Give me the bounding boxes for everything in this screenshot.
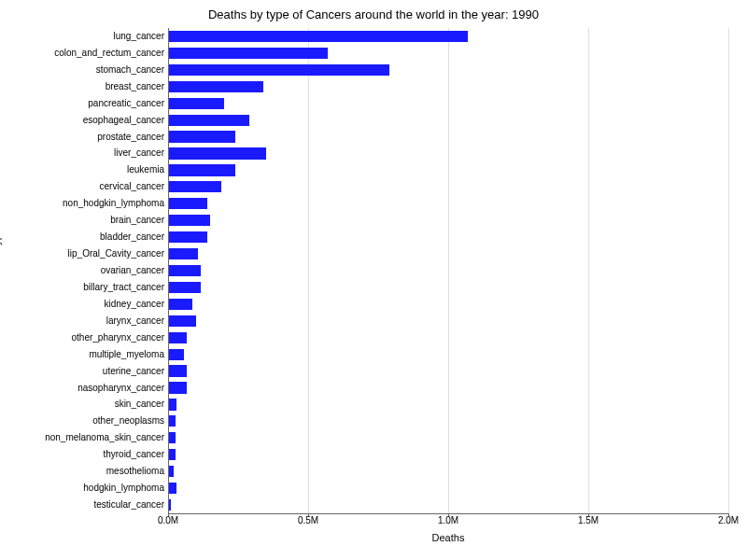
bar-row bbox=[168, 231, 728, 243]
bar-row bbox=[168, 382, 728, 393]
y-tick-label: other_pharynx_cancer bbox=[6, 332, 164, 343]
bar bbox=[168, 98, 224, 109]
bar bbox=[168, 48, 328, 59]
bar-row bbox=[168, 31, 728, 42]
y-axis-line bbox=[168, 28, 169, 513]
bar-row bbox=[168, 64, 728, 76]
bar-row bbox=[168, 248, 728, 259]
bar-row bbox=[168, 81, 728, 92]
y-tick-label: colon_and_rectum_cancer bbox=[6, 48, 164, 59]
bar bbox=[168, 432, 176, 443]
y-tick-label: ovarian_cancer bbox=[6, 265, 164, 276]
y-tick-label: lip_Oral_Cavity_cancer bbox=[6, 248, 164, 259]
bar-row bbox=[168, 131, 728, 142]
bar-row bbox=[168, 215, 728, 226]
y-tick-label: esophageal_cancer bbox=[6, 115, 164, 126]
bar-row bbox=[168, 282, 728, 293]
y-tick-label: pancreatic_cancer bbox=[6, 98, 164, 109]
y-tick-label: other_neoplasms bbox=[6, 415, 164, 427]
chart-title: Deaths by type of Cancers around the wor… bbox=[0, 0, 747, 25]
y-tick-label: uterine_cancer bbox=[6, 366, 164, 377]
bar bbox=[168, 265, 201, 276]
bar bbox=[168, 415, 176, 427]
bar-row bbox=[168, 265, 728, 276]
bar-row bbox=[168, 499, 728, 511]
bar bbox=[168, 399, 176, 410]
y-tick-label: cervical_cancer bbox=[6, 181, 164, 192]
x-tick-label: 2.0M bbox=[718, 515, 739, 525]
y-tick-label: kidney_cancer bbox=[6, 299, 164, 310]
bar-row bbox=[168, 299, 728, 310]
bar-row bbox=[168, 98, 728, 109]
bar bbox=[168, 164, 235, 175]
bar bbox=[168, 332, 187, 343]
bar-row bbox=[168, 365, 728, 376]
bar-row bbox=[168, 432, 728, 443]
bar bbox=[168, 181, 221, 192]
y-tick-label: non_melanoma_skin_cancer bbox=[6, 432, 164, 443]
x-tick-label: 1.5M bbox=[578, 515, 599, 525]
bar bbox=[168, 198, 207, 209]
x-tick-label: 0.0M bbox=[158, 515, 178, 525]
bar bbox=[168, 349, 184, 360]
x-tick-label: 0.5M bbox=[298, 515, 318, 525]
y-tick-label: mesothelioma bbox=[6, 466, 164, 477]
bar bbox=[168, 215, 210, 226]
y-axis-label: Type of cancers bbox=[0, 159, 2, 271]
bar-row bbox=[168, 164, 728, 175]
y-tick-label: prostate_cancer bbox=[6, 132, 164, 143]
bar-row bbox=[168, 483, 728, 494]
y-tick-label: multiple_myeloma bbox=[6, 349, 164, 360]
y-tick-label: hodgkin_lymphoma bbox=[6, 483, 164, 494]
bar bbox=[168, 64, 389, 76]
y-tick-label: larynx_cancer bbox=[6, 315, 164, 327]
bar-row bbox=[168, 449, 728, 460]
bar-row bbox=[168, 181, 728, 192]
y-tick-label: lung_cancer bbox=[6, 31, 164, 42]
bar-row bbox=[168, 466, 728, 477]
y-tick-label: breast_cancer bbox=[6, 81, 164, 92]
bar bbox=[168, 131, 235, 142]
bar bbox=[168, 382, 187, 393]
y-tick-label: stomach_cancer bbox=[6, 64, 164, 76]
y-tick-label: billary_tract_cancer bbox=[6, 282, 164, 293]
bar-row bbox=[168, 349, 728, 360]
bar bbox=[168, 81, 263, 92]
bar-row bbox=[168, 147, 728, 159]
y-tick-label: leukemia bbox=[6, 164, 164, 175]
bar-row bbox=[168, 399, 728, 410]
bar bbox=[168, 147, 266, 159]
y-tick-label: thyroid_cancer bbox=[6, 449, 164, 460]
y-tick-label: brain_cancer bbox=[6, 215, 164, 226]
x-tick-label: 1.0M bbox=[438, 515, 458, 525]
bar-row bbox=[168, 315, 728, 327]
bar bbox=[168, 315, 196, 327]
bar bbox=[168, 248, 198, 259]
bar bbox=[168, 282, 201, 293]
bar-row bbox=[168, 198, 728, 209]
bar bbox=[168, 365, 187, 376]
y-tick-label: non_hodgkin_lymphoma bbox=[6, 198, 164, 209]
y-tick-label: skin_cancer bbox=[6, 399, 164, 410]
bar-row bbox=[168, 415, 728, 427]
y-tick-label: bladder_cancer bbox=[6, 231, 164, 243]
grid-line bbox=[728, 28, 729, 513]
bar bbox=[168, 483, 176, 494]
bar bbox=[168, 449, 176, 460]
bar-row bbox=[168, 332, 728, 343]
bar bbox=[168, 31, 468, 42]
x-axis-label: Deaths bbox=[168, 532, 728, 543]
chart-container: Deaths by type of Cancers around the wor… bbox=[0, 0, 747, 560]
bar-row bbox=[168, 48, 728, 59]
y-tick-label: nasopharynx_cancer bbox=[6, 383, 164, 394]
bar bbox=[168, 115, 249, 126]
plot-area bbox=[168, 28, 728, 513]
y-tick-label: liver_cancer bbox=[6, 147, 164, 159]
bar bbox=[168, 299, 192, 310]
bar bbox=[168, 231, 207, 243]
y-tick-label: testicular_cancer bbox=[6, 499, 164, 511]
bar-row bbox=[168, 115, 728, 126]
